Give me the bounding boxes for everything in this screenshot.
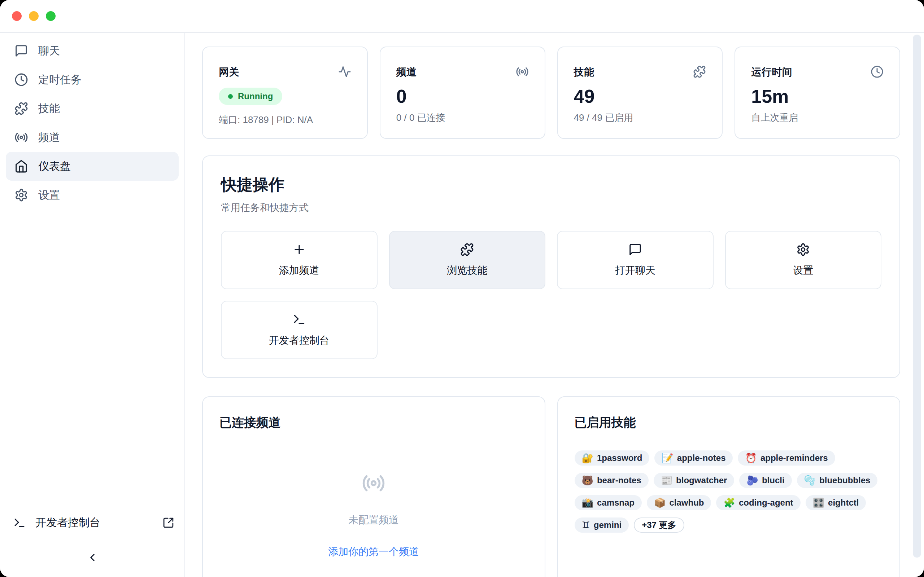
clock-icon bbox=[871, 65, 884, 78]
stat-value: 49 bbox=[574, 87, 706, 106]
stat-detail: 49 / 49 已启用 bbox=[574, 111, 706, 124]
gemini-icon: ♊ bbox=[582, 521, 590, 530]
package-icon: 📦 bbox=[654, 498, 666, 508]
enabled-skills-title: 已启用技能 bbox=[575, 414, 883, 431]
enabled-skills-panel: 已启用技能 🔐1password 📝apple-notes ⏰apple-rem… bbox=[557, 396, 901, 577]
quick-actions-title: 快捷操作 bbox=[221, 174, 881, 195]
quick-actions-grid: 添加频道 浏览技能 打开聊天 设置 bbox=[221, 231, 881, 359]
sidebar-item-label: 聊天 bbox=[38, 44, 60, 58]
skill-chip: 📦clawhub bbox=[647, 495, 711, 510]
skill-chip: 🎛️eightctl bbox=[806, 495, 866, 510]
locked-with-key-icon: 🔐 bbox=[582, 453, 593, 463]
clock-icon bbox=[15, 73, 28, 87]
gear-icon bbox=[796, 243, 810, 256]
plus-icon bbox=[292, 243, 306, 256]
skill-chip: 📰blogwatcher bbox=[654, 473, 735, 488]
skills-chip-list: 🔐1password 📝apple-notes ⏰apple-reminders… bbox=[575, 450, 883, 533]
add-first-channel-link[interactable]: 添加你的第一个频道 bbox=[328, 545, 419, 559]
skill-chip: 📝apple-notes bbox=[654, 450, 733, 466]
camera-flash-icon: 📸 bbox=[582, 498, 593, 508]
stat-detail: 自上次重启 bbox=[751, 111, 884, 124]
sidebar-item-label: 设置 bbox=[38, 188, 60, 203]
activity-icon bbox=[338, 65, 351, 78]
titlebar bbox=[0, 0, 924, 33]
connected-channels-panel: 已连接频道 未配置频道 添加你的第一个频道 bbox=[202, 396, 545, 577]
skill-chip: 🔐1password bbox=[575, 450, 650, 466]
sidebar-item-chat[interactable]: 聊天 bbox=[6, 36, 179, 65]
puzzle-icon bbox=[693, 65, 706, 78]
stat-value: 15m bbox=[751, 87, 884, 106]
radio-icon bbox=[362, 471, 386, 496]
skill-chip: 🐻bear-notes bbox=[575, 473, 649, 488]
stat-detail: 0 / 0 已连接 bbox=[396, 111, 529, 124]
sidebar-item-dashboard[interactable]: 仪表盘 bbox=[6, 152, 179, 181]
skill-chip: ♊gemini bbox=[575, 517, 629, 533]
chat-icon bbox=[628, 243, 642, 256]
stat-detail: 端口: 18789 | PID: N/A bbox=[219, 114, 351, 126]
minimize-button[interactable] bbox=[29, 11, 39, 21]
alarm-clock-icon: ⏰ bbox=[745, 453, 756, 463]
bottom-panels: 已连接频道 未配置频道 添加你的第一个频道 已启用技能 🔐1password 📝… bbox=[202, 396, 900, 577]
skill-chip: 🫧bluebubbles bbox=[797, 473, 878, 488]
puzzle-icon bbox=[460, 243, 474, 256]
skill-chip: 🧩coding-agent bbox=[716, 495, 800, 510]
scrollbar-thumb[interactable] bbox=[913, 35, 921, 558]
external-link-icon bbox=[162, 517, 174, 529]
open-chat-button[interactable]: 打开聊天 bbox=[557, 231, 714, 289]
stat-card-skills: 技能 49 49 / 49 已启用 bbox=[557, 47, 723, 139]
main-content: 网关 Running 端口: 18789 | PID: N/A 频道 0 bbox=[185, 33, 924, 577]
radio-icon bbox=[516, 65, 529, 78]
stat-card-gateway: 网关 Running 端口: 18789 | PID: N/A bbox=[202, 47, 368, 139]
stat-value: 0 bbox=[396, 87, 529, 106]
bear-icon: 🐻 bbox=[582, 475, 593, 485]
channels-empty-state: 未配置频道 添加你的第一个频道 bbox=[220, 471, 528, 559]
home-icon bbox=[15, 160, 28, 173]
skill-chip: 📸camsnap bbox=[575, 495, 642, 510]
terminal-icon bbox=[13, 516, 26, 529]
sidebar: 聊天 定时任务 技能 频道 仪表盘 设置 bbox=[0, 33, 185, 577]
more-skills-button[interactable]: +37 更多 bbox=[634, 517, 684, 533]
connected-channels-title: 已连接频道 bbox=[220, 414, 528, 431]
quick-actions-panel: 快捷操作 常用任务和快捷方式 添加频道 浏览技能 打开聊天 bbox=[202, 155, 900, 378]
dev-console-button[interactable]: 开发者控制台 bbox=[221, 301, 378, 359]
blueberries-icon: 🫐 bbox=[746, 475, 758, 485]
sidebar-item-settings[interactable]: 设置 bbox=[6, 181, 179, 210]
sidebar-item-skills[interactable]: 技能 bbox=[6, 94, 179, 123]
stats-row: 网关 Running 端口: 18789 | PID: N/A 频道 0 bbox=[202, 47, 900, 139]
newspaper-icon: 📰 bbox=[661, 475, 672, 485]
quick-actions-subtitle: 常用任务和快捷方式 bbox=[221, 201, 881, 214]
bubbles-icon: 🫧 bbox=[804, 475, 816, 485]
stat-title: 网关 bbox=[219, 65, 239, 79]
sidebar-item-label: 频道 bbox=[38, 130, 60, 145]
sidebar-item-scheduled-tasks[interactable]: 定时任务 bbox=[6, 65, 179, 94]
puzzle-piece-icon: 🧩 bbox=[723, 498, 735, 508]
sidebar-item-label: 技能 bbox=[38, 102, 60, 116]
control-knobs-icon: 🎛️ bbox=[813, 498, 824, 508]
stat-card-uptime: 运行时间 15m 自上次重启 bbox=[735, 47, 900, 139]
sidebar-item-label: 定时任务 bbox=[38, 73, 82, 87]
terminal-icon bbox=[292, 313, 306, 326]
status-dot-icon bbox=[228, 94, 233, 99]
dev-console-label: 开发者控制台 bbox=[36, 515, 100, 530]
sidebar-collapse-button[interactable] bbox=[84, 549, 101, 566]
sidebar-item-channels[interactable]: 频道 bbox=[6, 123, 179, 152]
add-channel-button[interactable]: 添加频道 bbox=[221, 231, 378, 289]
stat-card-channels: 频道 0 0 / 0 已连接 bbox=[380, 47, 545, 139]
settings-button[interactable]: 设置 bbox=[725, 231, 882, 289]
stat-title: 技能 bbox=[574, 65, 594, 79]
gear-icon bbox=[15, 188, 28, 202]
radio-icon bbox=[15, 131, 28, 144]
skill-chip: 🫐blucli bbox=[739, 473, 792, 488]
status-badge: Running bbox=[219, 88, 282, 105]
app-window: 聊天 定时任务 技能 频道 仪表盘 设置 bbox=[0, 0, 924, 577]
close-button[interactable] bbox=[12, 11, 22, 21]
dev-console-footer-button[interactable]: 开发者控制台 bbox=[6, 515, 179, 530]
memo-icon: 📝 bbox=[662, 453, 673, 463]
chevron-left-icon bbox=[86, 551, 99, 564]
sidebar-item-label: 仪表盘 bbox=[38, 159, 71, 174]
browse-skills-button[interactable]: 浏览技能 bbox=[389, 231, 546, 289]
zoom-button[interactable] bbox=[46, 11, 56, 21]
chat-icon bbox=[15, 44, 28, 58]
puzzle-icon bbox=[15, 102, 28, 115]
stat-title: 运行时间 bbox=[751, 65, 792, 79]
